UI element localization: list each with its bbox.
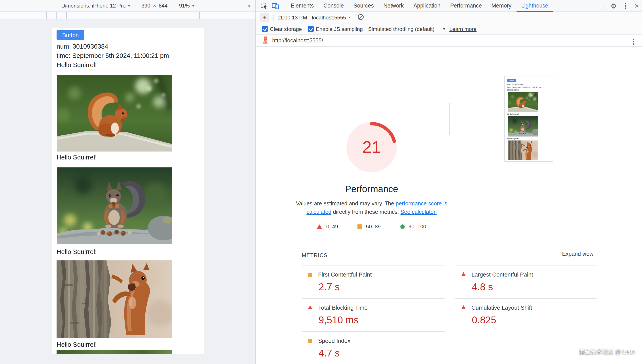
legend-fail: 0–49: [317, 224, 338, 230]
tab-console[interactable]: Console: [318, 0, 348, 12]
chevron-down-icon[interactable]: ▾: [348, 16, 350, 20]
enable-js-sampling-checkbox[interactable]: [308, 26, 314, 32]
settings-gear-icon[interactable]: ⚙: [608, 0, 620, 12]
fail-triangle-icon: [461, 272, 466, 276]
metric-first-contentful-paint: First Contentful Paint 2.7 s: [302, 265, 446, 298]
emulated-page: Button num: 3010936384 time: September 5…: [52, 28, 204, 354]
page-button[interactable]: Button: [56, 30, 84, 40]
disclaimer-text: Values are estimated and may vary. The: [296, 200, 396, 207]
tab-network[interactable]: Network: [379, 0, 409, 12]
device-toolbar-overflow-chevron[interactable]: ▾: [248, 4, 250, 8]
category-title: Performance: [305, 184, 438, 194]
legend-pass: 90–100: [400, 224, 426, 230]
thumbnail-caption: Hello Squirrel!: [507, 138, 520, 140]
throttling-select[interactable]: Simulated throttling (default): [368, 26, 434, 32]
clear-storage-label: Clear storage: [270, 26, 302, 32]
zoom-select[interactable]: 91%: [179, 3, 190, 9]
dimensions-times-icon: ×: [153, 3, 156, 9]
toggle-device-toolbar-icon[interactable]: [272, 2, 279, 9]
lighthouse-report-bar: + 11:00:13 PM - localhost:5555 ▾: [256, 12, 642, 24]
tab-lighthouse[interactable]: Lighthouse: [516, 0, 553, 12]
tab-sources[interactable]: Sources: [348, 0, 379, 12]
report-kebab-icon[interactable]: [629, 38, 637, 46]
legend-fail-range: 0–49: [326, 224, 338, 230]
devtools-tabbar: Elements Console Sources Network Applica…: [256, 0, 642, 12]
toolbar-divider: [604, 2, 604, 10]
chevron-down-icon[interactable]: ▾: [192, 4, 194, 8]
lighthouse-report: 21 Button num: 3010936384 time: Septembe…: [256, 47, 642, 364]
performance-score-gauge[interactable]: 21: [343, 118, 400, 176]
score-legend: 0–49 50–89 90–100: [283, 224, 460, 230]
clear-storage-checkbox[interactable]: [262, 26, 268, 32]
photo-caption: Hello Squirrel!: [56, 154, 97, 161]
audited-url-row: http://localhost:5555/: [256, 35, 642, 47]
ruler-mark: [210, 12, 210, 20]
tab-application[interactable]: Application: [408, 0, 445, 12]
legend-average: 50–89: [358, 224, 381, 230]
device-height-input[interactable]: 844: [158, 3, 168, 9]
report-select[interactable]: 11:00:13 PM - localhost:5555: [278, 14, 346, 20]
chevron-down-icon[interactable]: ▼: [442, 27, 446, 31]
expand-view-button[interactable]: Expand view: [562, 251, 594, 257]
page-screenshot-thumbnail: Button num: 3010936384 time: September 5…: [504, 76, 553, 162]
devtools-toolbar-right: ⚙ ×: [604, 0, 642, 12]
score-divider: [449, 103, 450, 135]
metric-value: 4.7 s: [318, 348, 340, 359]
time-line: time: September 5th 2024, 11:00:21 pm: [56, 52, 169, 59]
squirrel-photo-2: [56, 168, 172, 244]
device-width-input[interactable]: 390: [142, 3, 150, 9]
more-options-kebab-icon[interactable]: [620, 0, 631, 12]
thumbnail-squirrel-1: [507, 92, 538, 112]
disclaimer-text: directly from these metrics.: [332, 209, 400, 215]
enable-js-sampling-label: Enable JS sampling: [316, 26, 363, 32]
fail-triangle-icon: [308, 305, 312, 309]
clear-reports-icon[interactable]: [358, 14, 364, 22]
close-devtools-icon[interactable]: ×: [631, 0, 642, 12]
inspect-element-icon[interactable]: [260, 2, 267, 9]
watermark-text: 掘金技术社区 @ Leox: [579, 348, 635, 356]
metric-label: First Contentful Paint: [318, 271, 372, 278]
tab-elements[interactable]: Elements: [286, 0, 318, 12]
metrics-header: METRICS Expand view: [302, 251, 594, 259]
average-square-icon: [358, 224, 362, 229]
performance-score-value: 21: [343, 118, 400, 176]
new-report-button[interactable]: +: [260, 13, 269, 22]
tab-performance[interactable]: Performance: [446, 0, 487, 12]
metric-label: Speed Index: [318, 338, 350, 344]
squirrel-photo-3: [56, 260, 172, 338]
learn-more-link[interactable]: Learn more: [449, 26, 476, 32]
metric-speed-index: Speed Index 4.7 s: [302, 331, 446, 364]
metric-largest-contentful-paint: Largest Contentful Paint 4.8 s: [455, 265, 597, 298]
thumbnail-button-chip: Button: [507, 79, 516, 82]
device-emulation-pane: Dimensions: iPhone 12 Pro ▾ 390 × 844 91…: [0, 0, 256, 364]
metric-label: Cumulative Layout Shift: [472, 304, 532, 311]
thumbnail-squirrel-2: [507, 116, 538, 136]
media-query-ruler[interactable]: [0, 12, 256, 20]
ruler-mark: [199, 12, 200, 20]
device-dimensions-select[interactable]: Dimensions: iPhone 12 Pro: [61, 3, 126, 9]
tab-memory[interactable]: Memory: [487, 0, 516, 12]
metric-label: Total Blocking Time: [318, 304, 368, 311]
devtools-tabs: Elements Console Sources Network Applica…: [286, 0, 553, 12]
thumbnail-squirrel-3: [507, 140, 538, 160]
screenshot-root: Dimensions: iPhone 12 Pro ▾ 390 × 844 91…: [0, 0, 642, 364]
metric-value: 2.7 s: [318, 282, 340, 293]
lighthouse-settings-bar: Clear storage Enable JS sampling Simulat…: [256, 24, 642, 35]
metrics-column-right: Largest Contentful Paint 4.8 s Cumulativ…: [455, 265, 597, 331]
squirrel-photo-4-partial: [56, 350, 172, 354]
photo-caption: Hello Squirrel!: [56, 341, 97, 348]
greeting-line: Hello Squirrel!: [56, 62, 97, 68]
thumbnail-time-line: time: September 5th 2024, 11:00:13 pm: [507, 86, 541, 88]
metric-label: Largest Contentful Paint: [472, 271, 533, 278]
thumbnail-num-line: num: 3010936384: [507, 84, 523, 86]
metrics-section-title: METRICS: [302, 252, 328, 258]
see-calculator-link[interactable]: See calculator.: [400, 209, 437, 215]
thumbnail-greeting-line: Hello Squirrel!: [507, 89, 520, 91]
chevron-down-icon[interactable]: ▾: [128, 4, 130, 8]
thumbnail-caption: Hello Squirrel!: [507, 113, 520, 115]
fail-triangle-icon: [461, 305, 466, 309]
metric-value: 0.825: [472, 314, 496, 326]
metric-value: 4.8 s: [472, 282, 493, 293]
ruler-mark: [66, 12, 67, 20]
average-square-icon: [308, 273, 312, 277]
